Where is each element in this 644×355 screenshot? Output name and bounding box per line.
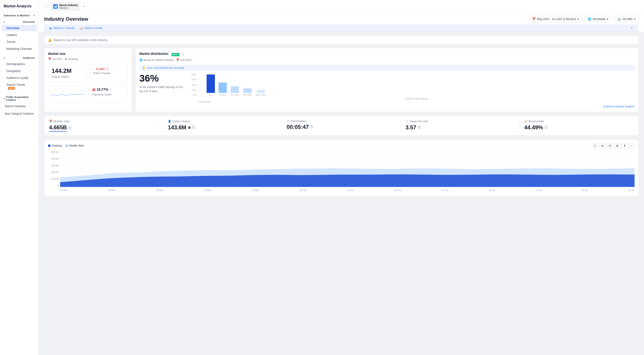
info-icon[interactable]: ⓘ	[192, 125, 195, 130]
sites-icon: 🌐 Based on 10000 websites	[139, 58, 174, 62]
popularity-score-row: 🎯 18.77% ⓘ	[92, 87, 124, 92]
stat-visit-duration: ⏱ Visit Duration 00:05:47 ⓘ	[282, 120, 401, 132]
sparkline-chart	[48, 86, 86, 102]
yearly-change-box: ↓ -9.18% ⓘ Yearly Change	[89, 64, 128, 82]
week-button[interactable]: W	[599, 143, 606, 148]
region-selector[interactable]: 🌐 Worldwide ▾	[584, 16, 611, 22]
svg-rect-1	[55, 6, 56, 8]
info-icon[interactable]: ⓘ	[109, 88, 112, 92]
stats-row: 📅 Monthly Visits 4.665B ⓘ 👤 Unique Visit…	[44, 116, 638, 136]
dist-percent: 36%	[139, 73, 186, 84]
sidebar-section-industries[interactable]: Industries & Markets ▾	[0, 12, 38, 18]
stat-bounce-rate: 📈 Bounce Rate 44.49% ⓘ	[520, 120, 638, 132]
globe-icon: 🌐	[588, 17, 591, 21]
date-range-selector[interactable]: 📅 May 2022 - Jul 2022 (3 Months) ▾	[529, 16, 582, 22]
dist-bar-1: 1%	[206, 75, 215, 96]
chart-buttons: D W M ⊞ ⬇ +	[592, 143, 634, 148]
sidebar-item-marketing-channels[interactable]: Marketing Channels	[2, 46, 37, 52]
target-icon: 🎯	[92, 88, 96, 92]
traffic-selector[interactable]: 📊 All traffic ▾	[614, 16, 638, 22]
info-icon[interactable]: ⓘ	[418, 125, 420, 130]
desktop-icon: 🖥 Desktop	[64, 58, 78, 60]
dist-content: 36% of the market's traffic belongs to t…	[139, 73, 634, 103]
stat-monthly-value: 4.665B ⓘ	[49, 124, 158, 132]
explore-link[interactable]: Explore industry leaders	[139, 103, 634, 108]
sidebar-item-leaders[interactable]: Leaders	[2, 32, 37, 38]
read-guide-link[interactable]: 📖 Read a Guide	[80, 27, 102, 30]
sidebar-item-trends[interactable]: Trends	[2, 39, 37, 45]
dist-bar-4: 10%-50%	[242, 88, 252, 96]
info-icon[interactable]: ⓘ	[310, 125, 313, 129]
stat-pages-value: 3.57 ⓘ	[406, 124, 515, 131]
cards-row: Market size 📅 Jul 2022 🖥 Desktop 144.2M …	[44, 48, 638, 112]
info-icon[interactable]: ⓘ	[106, 67, 108, 71]
stat-duration-value: 00:05:47 ⓘ	[287, 124, 396, 130]
edit-icon[interactable]: ✏	[83, 5, 86, 8]
watch-tutorial-link[interactable]: ▶ Watch a Tutorial	[50, 27, 74, 30]
bell-icon: 🔔	[48, 38, 52, 42]
dist-text: 36% of the market's traffic belongs to t…	[139, 73, 186, 93]
stat-unique-visitors: 👤 Unique Visitors 143.6M 🖥 ⓘ	[163, 120, 282, 132]
legend-mobile: Mobile Web	[66, 144, 84, 147]
bounce-stat-icon: 📈	[524, 120, 528, 123]
page-title: Industry Overview	[44, 16, 88, 22]
sidebar-item-overview[interactable]: Overview	[2, 25, 37, 31]
area-chart-section: Desktop Mobile Web D W M ⊞ ⬇ +	[44, 139, 638, 196]
info-icon[interactable]: ⓘ	[544, 125, 548, 130]
stat-bounce-value: 44.49% ⓘ	[524, 124, 634, 131]
arrow-right-icon: ›	[34, 105, 35, 108]
add-button[interactable]: +	[629, 143, 634, 148]
page-header: Industry Overview 📅 May 2022 - Jul 2022 …	[39, 13, 644, 32]
sidebar-item-geography[interactable]: Geography	[2, 68, 37, 74]
chevron-down-icon: ▾	[34, 14, 35, 17]
month-button[interactable]: M	[607, 143, 613, 148]
market-size-subtitle: 📅 Jul 2022 🖥 Desktop	[48, 57, 128, 61]
stat-monthly-visits: 📅 Monthly Visits 4.665B ⓘ	[44, 120, 163, 132]
breadcrumb: Sports Industry Industry	[51, 2, 80, 11]
close-button[interactable]: ✕	[630, 26, 633, 30]
calendar-icon: 📅	[532, 17, 536, 21]
sidebar-section-overview[interactable]: ▾ Overview	[0, 18, 38, 25]
dropdown-arrow-icon: ▾	[634, 18, 636, 21]
dist-subtitle: 🌐 Based on 10000 websites 📅 July 2022	[139, 58, 634, 62]
sidebar-item-search-interests[interactable]: Search Interests ›	[1, 103, 38, 110]
sidebar-item-audience-loyalty[interactable]: Audience Loyalty	[2, 75, 37, 81]
sidebar-item-app-category[interactable]: App Category Analysis ›	[1, 110, 38, 117]
area-chart: 250.0M 200.0M 150.0M 100.0M 50.00M 0	[48, 151, 634, 192]
popularity-score-box: 🎯 18.77% ⓘ Popularity Score	[88, 84, 128, 102]
play-icon: ▶	[50, 27, 52, 30]
dropdown-arrow-icon: ▾	[607, 18, 608, 21]
market-size-title: Market size	[48, 52, 128, 56]
sidebar-section-audience[interactable]: ▾ Audience	[0, 54, 38, 61]
breadcrumb-text: Sports Industry Industry	[59, 4, 78, 9]
tutorial-bar: ▶ Watch a Tutorial 📖 Read a Guide ✕	[44, 25, 638, 32]
info-icon[interactable]: ⓘ	[181, 53, 184, 57]
stat-visitors-label: 👤 Unique Visitors	[168, 120, 277, 123]
stat-bounce-label: 📈 Bounce Rate	[524, 120, 634, 123]
svg-rect-0	[54, 6, 55, 8]
arrow-right-icon: ›	[34, 112, 35, 115]
legend-desktop-dot	[48, 145, 50, 147]
back-button[interactable]: ←	[44, 5, 48, 9]
table-view-button[interactable]: ⊞	[614, 143, 620, 148]
market-dist-title: Market distribution	[139, 52, 168, 56]
beta-badge: BETA	[172, 53, 180, 56]
bulb-icon: 💡	[142, 66, 145, 69]
unique-visitors-label: Unique Visitors	[52, 75, 83, 78]
stat-pages-label: 📄 Pages Per Visit	[406, 120, 515, 123]
clock-stat-icon: ⏱	[287, 120, 290, 122]
calendar-sub-icon: 📅 Jul 2022	[48, 57, 62, 61]
dist-header: Market distribution BETA ⓘ	[139, 52, 634, 57]
download-button[interactable]: ⬇	[622, 143, 628, 148]
dist-chart-bars: 1% 1%-5% 5%-10%	[206, 73, 266, 96]
dist-bar-5: 50%-100%	[256, 90, 266, 96]
dist-y-axis: 100% 75% 50% 25% 0%	[189, 73, 198, 96]
info-icon[interactable]: ⓘ	[68, 126, 71, 130]
legend-desktop: Desktop	[48, 144, 62, 147]
sidebar-section-traffic[interactable]: ▾ Traffic Acquisition Leaders	[0, 93, 38, 103]
sidebar-item-demographics[interactable]: Demographics	[2, 61, 37, 67]
yearly-change-value: ↓ -9.18% ⓘ	[93, 67, 124, 71]
sidebar-item-search-trends[interactable]: Search Trends NEW	[2, 82, 37, 91]
day-button[interactable]: D	[592, 143, 598, 148]
dropdown-arrow-icon: ▾	[578, 18, 579, 21]
